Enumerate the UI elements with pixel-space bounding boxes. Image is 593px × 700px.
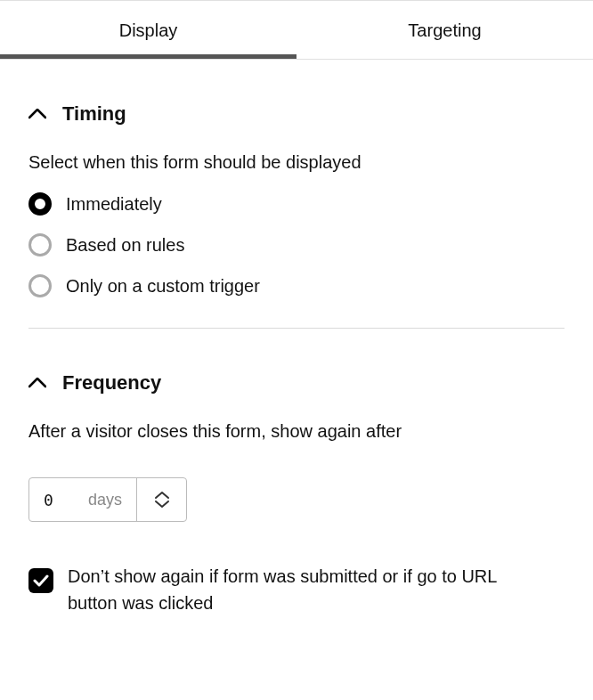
timing-body: Select when this form should be displaye… bbox=[28, 126, 565, 297]
delay-input-group: 0 days bbox=[28, 477, 187, 522]
radio-custom-trigger[interactable]: Only on a custom trigger bbox=[28, 274, 565, 297]
section-header-timing[interactable]: Timing bbox=[28, 60, 565, 126]
checkbox-checked-icon bbox=[28, 568, 53, 593]
chevron-down-icon bbox=[154, 500, 170, 509]
chevron-up-icon bbox=[28, 378, 46, 388]
checkbox-dont-show-again[interactable]: Don’t show again if form was submitted o… bbox=[28, 563, 565, 616]
frequency-body: After a visitor closes this form, show a… bbox=[28, 395, 565, 616]
tabs-bar: Display Targeting bbox=[0, 0, 593, 60]
delay-unit: days bbox=[88, 491, 122, 509]
tab-display[interactable]: Display bbox=[0, 1, 296, 59]
section-header-frequency[interactable]: Frequency bbox=[28, 329, 565, 395]
radio-icon bbox=[28, 233, 52, 256]
radio-label-immediately: Immediately bbox=[66, 194, 162, 215]
delay-stepper[interactable] bbox=[136, 478, 186, 521]
delay-value: 0 bbox=[44, 491, 53, 509]
radio-icon bbox=[28, 274, 52, 297]
radio-immediately[interactable]: Immediately bbox=[28, 192, 565, 216]
radio-label-custom: Only on a custom trigger bbox=[66, 276, 260, 297]
checkbox-label: Don’t show again if form was submitted o… bbox=[68, 563, 548, 616]
radio-label-rules: Based on rules bbox=[66, 235, 184, 256]
settings-content: Timing Select when this form should be d… bbox=[0, 60, 593, 652]
tab-targeting[interactable]: Targeting bbox=[296, 1, 593, 59]
radio-icon bbox=[28, 192, 52, 216]
chevron-up-icon bbox=[28, 109, 46, 119]
delay-input[interactable]: 0 days bbox=[29, 478, 136, 521]
frequency-prompt: After a visitor closes this form, show a… bbox=[28, 421, 565, 442]
timing-prompt: Select when this form should be displaye… bbox=[28, 152, 565, 173]
radio-based-on-rules[interactable]: Based on rules bbox=[28, 233, 565, 256]
chevron-up-icon bbox=[154, 491, 170, 500]
section-title-timing: Timing bbox=[62, 102, 126, 126]
section-title-frequency: Frequency bbox=[62, 371, 161, 395]
active-tab-indicator bbox=[0, 54, 296, 59]
